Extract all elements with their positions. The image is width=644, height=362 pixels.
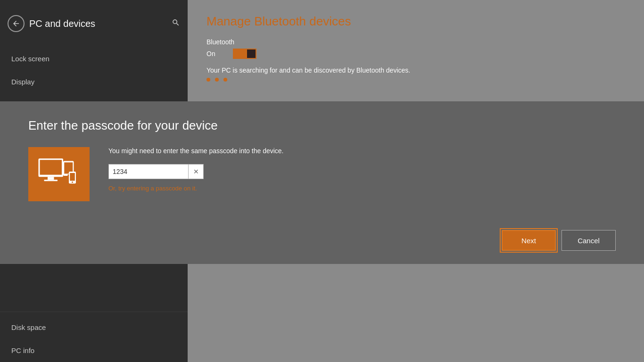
bluetooth-status-text: On: [206, 50, 225, 58]
sidebar-item-pc-info[interactable]: PC info: [0, 339, 188, 362]
sidebar-item-display[interactable]: Display: [0, 70, 188, 93]
svg-rect-3: [44, 180, 58, 181]
svg-rect-2: [48, 177, 54, 180]
toggle-knob: [247, 49, 256, 58]
sidebar-header: PC and devices: [0, 0, 188, 47]
alt-passcode-link[interactable]: Or, try entering a passcode on it.: [108, 185, 284, 192]
search-icon[interactable]: [172, 18, 180, 29]
sidebar-item-disk-space[interactable]: Disk space: [0, 316, 188, 339]
dot-3: [223, 78, 227, 82]
clear-input-button[interactable]: ✕: [189, 164, 204, 179]
dot-2: [215, 78, 219, 82]
svg-rect-1: [40, 160, 62, 175]
sidebar-nav-bottom: Disk space PC info: [0, 312, 188, 362]
dialog-hint: You might need to enter the same passcod…: [108, 147, 284, 155]
bluetooth-label: Bluetooth: [206, 38, 625, 46]
dialog-body: You might need to enter the same passcod…: [28, 147, 616, 216]
sidebar-item-lock-screen[interactable]: Lock screen: [0, 47, 188, 70]
passcode-input[interactable]: [108, 164, 189, 179]
svg-point-9: [72, 181, 73, 183]
dot-1: [206, 78, 210, 82]
bluetooth-panel: Manage Bluetooth devices Bluetooth On Yo…: [188, 0, 644, 101]
dialog-form: You might need to enter the same passcod…: [108, 147, 284, 216]
bluetooth-searching-text: Your PC is searching for and can be disc…: [206, 66, 625, 74]
dialog-footer: Next Cancel: [28, 221, 616, 251]
back-button[interactable]: [8, 15, 25, 32]
sidebar-title: PC and devices: [29, 18, 95, 29]
next-button[interactable]: Next: [502, 230, 556, 251]
passcode-dialog: Enter the passcode for your device: [0, 101, 644, 264]
bluetooth-title: Manage Bluetooth devices: [206, 14, 625, 29]
cancel-button[interactable]: Cancel: [561, 230, 616, 251]
bluetooth-toggle[interactable]: [233, 49, 256, 59]
device-icon: [38, 156, 80, 193]
dialog-title: Enter the passcode for your device: [28, 118, 616, 133]
svg-rect-8: [70, 173, 75, 181]
passcode-input-row: ✕: [108, 164, 284, 179]
device-icon-box: [28, 147, 90, 201]
bluetooth-status-row: On: [206, 49, 625, 59]
searching-dots: [206, 78, 625, 82]
